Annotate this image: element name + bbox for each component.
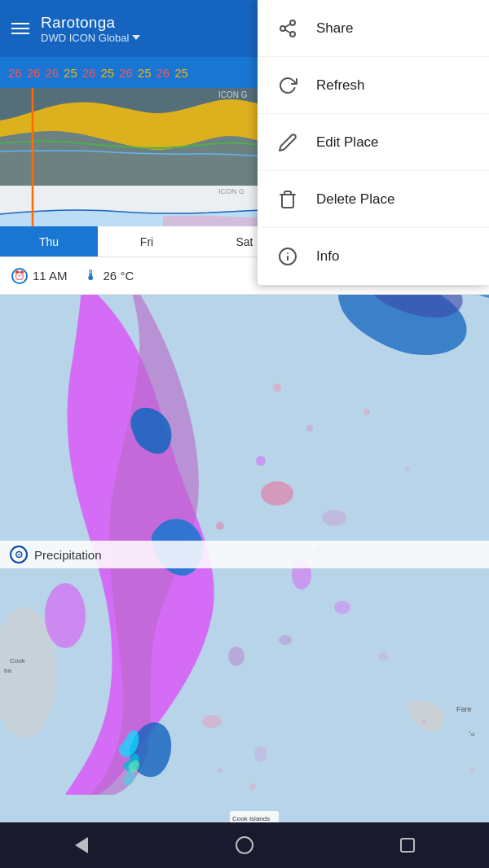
precipitation-label-bar: ⊙ Precipitation [0, 541, 489, 568]
svg-text:Cook: Cook [10, 657, 26, 664]
svg-point-14 [45, 583, 86, 648]
share-menu-item[interactable]: Share [258, 0, 489, 57]
info-icon [277, 246, 298, 267]
temp-value-10: 25 [173, 66, 190, 80]
svg-point-28 [405, 467, 410, 471]
clock-icon: ⏰ [11, 268, 28, 284]
svg-point-31 [218, 768, 222, 773]
temp-value-7: 26 [117, 66, 134, 80]
svg-text:ba: ba [4, 667, 11, 674]
context-menu: Share Refresh Edit Place Delete Place [258, 0, 489, 285]
back-button[interactable] [65, 829, 98, 861]
chevron-down-icon[interactable] [132, 35, 140, 40]
header-text: Rarotonga DWD ICON Global [41, 14, 140, 44]
current-time: 11 AM [33, 269, 68, 283]
thermometer-icon: 🌡 [84, 267, 99, 284]
svg-point-29 [216, 522, 224, 530]
svg-text:Fare: Fare [456, 705, 472, 713]
svg-point-23 [378, 652, 388, 660]
precipitation-icon: ⊙ [10, 546, 28, 563]
temp-value-2: 26 [25, 66, 42, 80]
precipitation-map: Fare ʻo Cook ba Cook Islands [0, 238, 489, 822]
home-icon [236, 836, 253, 854]
temp-value-5: 26 [81, 66, 98, 80]
svg-text:ʻo: ʻo [469, 730, 475, 738]
precipitation-text: Precipitation [34, 548, 102, 562]
svg-point-25 [306, 425, 313, 432]
svg-point-32 [249, 783, 256, 790]
svg-point-19 [202, 715, 222, 728]
current-temp: 26 °C [104, 269, 134, 283]
temp-value-9: 26 [155, 66, 172, 80]
recent-icon [400, 838, 415, 853]
svg-point-20 [254, 746, 267, 762]
share-label: Share [316, 20, 353, 37]
svg-point-22 [279, 635, 292, 645]
refresh-menu-item[interactable]: Refresh [258, 57, 489, 114]
edit-icon [277, 132, 298, 153]
edit-place-label: Edit Place [316, 134, 379, 151]
temp-value-8: 25 [136, 66, 153, 80]
temp-value-3: 26 [43, 66, 60, 80]
edit-place-menu-item[interactable]: Edit Place [258, 114, 489, 171]
delete-icon [277, 189, 298, 210]
svg-point-26 [256, 456, 266, 466]
day-fri[interactable]: Fri [98, 226, 196, 256]
svg-point-18 [228, 647, 244, 666]
svg-point-16 [322, 510, 346, 526]
svg-point-27 [363, 409, 370, 415]
hamburger-button[interactable] [11, 23, 29, 34]
delete-place-menu-item[interactable]: Delete Place [258, 171, 489, 228]
day-thu[interactable]: Thu [0, 226, 98, 256]
svg-point-34 [470, 768, 475, 773]
svg-text:ICON G: ICON G [218, 90, 248, 99]
precipitation-map-svg: Fare ʻo Cook ba Cook Islands [0, 238, 489, 822]
svg-line-39 [285, 24, 291, 27]
temp-value-1: 26 [7, 66, 24, 80]
svg-line-38 [285, 29, 291, 33]
svg-point-24 [273, 384, 281, 392]
info-label: Info [316, 248, 339, 265]
temp-info: 🌡 26 °C [84, 267, 134, 284]
bottom-navigation [0, 822, 489, 868]
recent-button[interactable] [391, 829, 424, 861]
delete-place-label: Delete Place [316, 191, 394, 208]
temp-value-6: 25 [99, 66, 116, 80]
info-menu-item[interactable]: Info [258, 228, 489, 285]
svg-point-21 [334, 601, 350, 614]
home-button[interactable] [228, 829, 261, 861]
temp-value-4: 25 [62, 66, 79, 80]
location-title: Rarotonga [41, 14, 140, 32]
time-info: ⏰ 11 AM [11, 268, 68, 284]
share-icon [277, 18, 298, 39]
refresh-label: Refresh [316, 77, 365, 94]
weather-model-label: DWD ICON Global [41, 32, 140, 44]
refresh-icon [277, 75, 298, 96]
svg-point-33 [421, 719, 426, 724]
svg-point-15 [261, 481, 293, 506]
svg-text:ICON G: ICON G [218, 187, 244, 195]
back-icon [75, 837, 88, 853]
svg-text:Cook Islands: Cook Islands [232, 815, 270, 822]
